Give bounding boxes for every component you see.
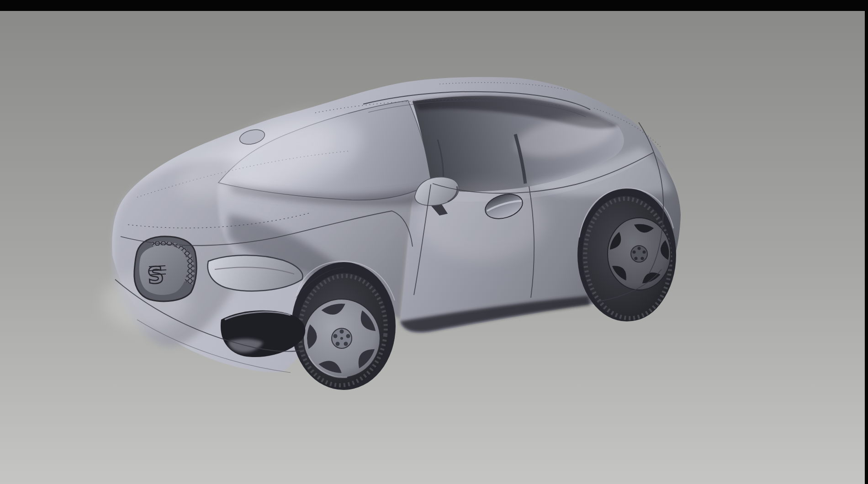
car-render: S [0,0,868,484]
letterbox-right-bar [865,0,868,484]
front-wheel [291,261,396,393]
